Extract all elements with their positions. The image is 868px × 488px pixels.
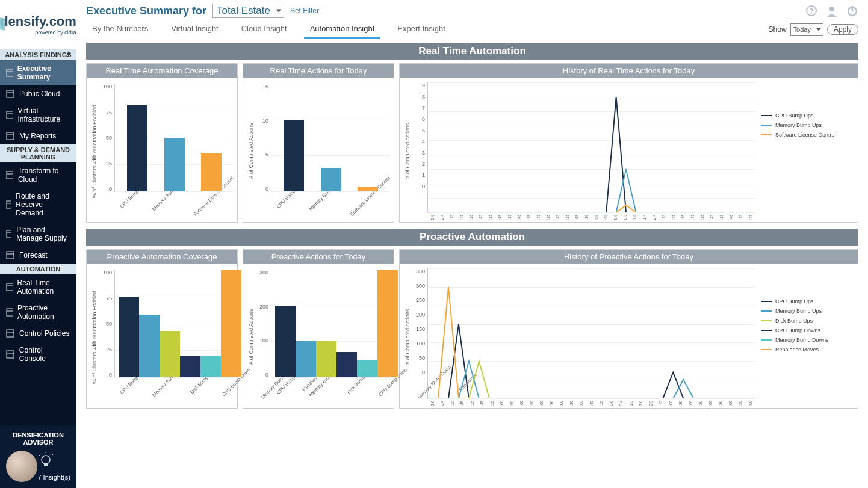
logo-icon (0, 13, 10, 33)
svg-marker-1 (0, 15, 5, 31)
sidebar-item-control-console[interactable]: Control Console (0, 342, 76, 367)
lightbulb-icon[interactable] (37, 452, 70, 470)
advisor-avatar[interactable] (6, 451, 37, 482)
card-pa-actions: Proactive Actions for Today# of Complete… (243, 249, 394, 409)
card-pa-coverage: Proactive Automation Coverage% of Cluste… (86, 249, 238, 409)
card-rt-history: History of Real Time Actions for Today# … (399, 63, 858, 223)
svg-rect-15 (7, 230, 11, 238)
apply-button[interactable]: Apply (827, 24, 858, 35)
sidebar-item-my-reports[interactable]: My Reports (0, 128, 76, 144)
svg-rect-21 (7, 309, 13, 316)
power-icon[interactable] (846, 5, 858, 17)
tabs: By the NumbersVirtual InsightCloud Insig… (76, 20, 868, 39)
sidebar-section-analysis: ANALYSIS FINDINGS (0, 49, 76, 60)
svg-rect-25 (7, 351, 14, 358)
svg-point-27 (42, 456, 50, 464)
sidebar-section-automation: AUTOMATION (0, 264, 76, 274)
content: Real Time Automation Real Time Automatio… (76, 39, 868, 488)
show-label: Show (769, 25, 787, 34)
logo-text: densify.com (0, 14, 76, 29)
set-filter-link[interactable]: Set Filter (290, 7, 319, 15)
svg-rect-19 (7, 283, 13, 291)
svg-rect-23 (7, 330, 14, 337)
logo-sub: powered by cirba (0, 29, 76, 36)
svg-rect-17 (7, 252, 14, 259)
section-realtime: Real Time Automation (86, 43, 858, 60)
svg-rect-7 (7, 111, 13, 119)
svg-rect-13 (7, 201, 11, 208)
tab-by-the-numbers[interactable]: By the Numbers (86, 20, 154, 39)
sidebar-item-proactive-automation[interactable]: Proactive Automation (0, 300, 76, 325)
topbar: Executive Summary for Total Estate Set F… (76, 0, 868, 20)
advisor-panel: DENSIFICATION ADVISOR 7 Insight(s) (0, 425, 76, 488)
tab-cloud-insight[interactable]: Cloud Insight (235, 20, 293, 39)
pin-icon[interactable] (66, 51, 72, 57)
card-rt-coverage: Real Time Automation Coverage% of Cluste… (86, 63, 238, 223)
sidebar-item-public-cloud[interactable]: Public Cloud (0, 85, 76, 102)
sidebar-item-plan-and-manage-supply[interactable]: Plan and Manage Supply (0, 221, 76, 247)
svg-line-30 (39, 454, 40, 456)
show-select[interactable]: Today (790, 23, 823, 36)
estate-select[interactable]: Total Estate (212, 4, 284, 18)
section-proactive: Proactive Automation (86, 229, 858, 246)
sidebar-item-virtual-infrastructure[interactable]: Virtual Infrastructure (0, 102, 76, 128)
svg-rect-11 (7, 171, 13, 179)
sidebar-item-transform-to-cloud[interactable]: Transform to Cloud (0, 162, 76, 188)
card-rt-actions: Real Time Actions for Today# of Complete… (243, 63, 394, 223)
tab-expert-insight[interactable]: Expert Insight (391, 20, 451, 39)
sidebar-section-supply: SUPPLY & DEMAND PLANNING (0, 144, 76, 162)
sidebar-item-route-and-reserve-demand[interactable]: Route and Reserve Demand (0, 188, 76, 221)
logo: densify.com powered by cirba (0, 0, 76, 49)
svg-point-34 (829, 7, 834, 11)
svg-rect-28 (44, 463, 48, 466)
svg-text:?: ? (809, 7, 813, 16)
sidebar-item-control-policies[interactable]: Control Policies (0, 325, 76, 342)
svg-line-31 (52, 454, 53, 456)
tab-virtual-insight[interactable]: Virtual Insight (165, 20, 225, 39)
tab-automation-insight[interactable]: Automation Insight (304, 20, 381, 39)
svg-marker-2 (67, 51, 70, 57)
svg-rect-3 (7, 69, 13, 76)
help-icon[interactable]: ? (805, 5, 817, 17)
sidebar: densify.com powered by cirba ANALYSIS FI… (0, 0, 76, 488)
card-pa-history: History of Proactive Actions for Today# … (399, 249, 858, 409)
insight-count: 7 Insight(s) (37, 474, 70, 481)
svg-rect-5 (7, 90, 14, 97)
user-icon[interactable] (826, 5, 838, 17)
page-title: Executive Summary for (86, 5, 206, 17)
advisor-title: DENSIFICATION ADVISOR (6, 431, 70, 446)
sidebar-item-executive-summary[interactable]: Executive Summary (0, 60, 76, 85)
svg-rect-9 (7, 132, 14, 140)
sidebar-item-real-time-automation[interactable]: Real Time Automation (0, 274, 76, 300)
sidebar-item-forecast[interactable]: Forecast (0, 247, 76, 264)
